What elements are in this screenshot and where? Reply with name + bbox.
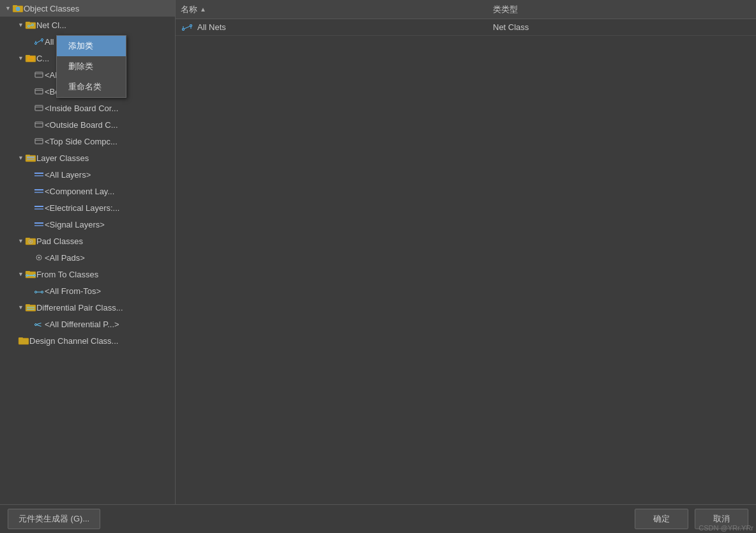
svg-rect-39 [34,222,43,224]
tree-item-layer-classes[interactable]: ▼ Layer Classes [0,150,175,166]
confirm-button[interactable]: 确定 [635,509,688,529]
svg-line-12 [37,40,42,43]
context-menu: 添加类 删除类 重命名类 [56,35,126,98]
net-classes-icon [25,20,36,29]
svg-rect-36 [34,192,43,193]
all-from-tos-label: <All From-Tos> [45,286,101,296]
svg-point-11 [42,39,43,41]
row-type-value: Net Class [493,22,529,32]
net-classes-label: Net Cl... [36,20,66,30]
tree-item-object-classes[interactable]: ▼ Object Classes [0,0,175,17]
context-menu-add-class[interactable]: 添加类 [57,36,126,56]
svg-rect-19 [35,72,43,77]
svg-point-53 [42,291,43,293]
tree-item-pad-classes[interactable]: ▼ Pad Classes [0,233,175,249]
context-menu-delete-class[interactable]: 删除类 [57,56,126,77]
tree-item-all-from-tos[interactable]: <All From-Tos> [0,282,175,299]
svg-rect-1 [13,5,17,7]
comp-icon-5 [33,137,45,146]
comp-icon-4 [33,120,45,129]
all-nets-icon [33,37,45,46]
svg-point-64 [183,28,185,30]
all-layers-label: <All Layers> [45,170,91,180]
tree-item-signal-layers[interactable]: <Signal Layers> [0,216,175,233]
tree-item-outside-board[interactable]: <Outside Board C... [0,116,175,133]
tree-item-net-classes[interactable]: ▼ Net Cl... [0,17,175,33]
svg-line-66 [185,26,190,29]
tree-item-design-channel[interactable]: Design Channel Class... [0,332,175,349]
tree-item-inside-board[interactable]: <Inside Board Cor... [0,100,175,116]
layer-icon-1 [33,170,45,179]
svg-point-65 [190,24,192,26]
svg-rect-42 [26,238,30,240]
pad-classes-arrow: ▼ [18,238,24,244]
electrical-layers-label: <Electrical Layers:... [45,203,119,213]
svg-point-10 [35,43,37,45]
top-side-label: <Top Side Compc... [45,137,117,146]
svg-rect-34 [34,175,43,176]
svg-rect-35 [34,189,43,190]
row-name-value: All Nets [197,22,226,32]
svg-rect-32 [27,158,34,160]
design-channel-label: Design Channel Class... [29,336,118,346]
context-menu-rename-class[interactable]: 重命名类 [57,77,126,97]
sort-arrow-icon: ▲ [200,6,206,13]
tree-item-top-side[interactable]: <Top Side Compc... [0,133,175,150]
collapse-arrow: ▼ [5,5,11,12]
svg-rect-25 [35,122,43,127]
col-type-label: 类类型 [493,4,518,14]
row-net-icon [181,23,193,32]
table-cell-name: All Nets [176,22,488,32]
svg-rect-30 [26,155,30,157]
diff-pair-classes-label: Differential Pair Class... [36,303,123,313]
svg-rect-23 [35,105,43,111]
signal-layers-label: <Signal Layers> [45,220,105,229]
svg-rect-56 [26,304,30,306]
col-header-name[interactable]: 名称 ▲ [176,4,488,15]
diff-pair-item-icon [33,320,45,328]
svg-rect-37 [34,206,43,207]
table-body: All Nets Net Class [176,19,756,504]
pad-classes-icon [25,236,36,245]
svg-point-59 [35,324,37,326]
from-to-classes-label: From To Classes [36,270,98,279]
all-diff-pairs-label: <All Differential P...> [45,320,119,329]
all-pads-label: <All Pads> [45,253,85,263]
comp-classes-icon [25,54,36,63]
layer-classes-arrow: ▼ [18,155,24,161]
pad-icon [33,253,45,262]
tree-item-all-layers[interactable]: <All Layers> [0,166,175,183]
svg-rect-40 [34,225,43,226]
comp-icon-1 [33,70,45,79]
outside-board-label: <Outside Board C... [45,120,118,130]
design-channel-icon [18,336,29,345]
table-header: 名称 ▲ 类类型 [176,0,756,19]
svg-line-60 [37,323,42,325]
comp-icon-3 [33,104,45,112]
comp-classes-arrow: ▼ [18,55,24,61]
tree-item-all-pads[interactable]: <All Pads> [0,249,175,266]
tree-item-electrical-layers[interactable]: <Electrical Layers:... [0,199,175,216]
tree-item-component-layers[interactable]: <Component Lay... [0,183,175,199]
tree-item-diff-pair-classes[interactable]: ▼ Differential Pair Class... [0,299,175,316]
layer-icon-2 [33,187,45,196]
bottom-left: 元件类生成器 (G)... [8,509,100,529]
tree-item-from-to-classes[interactable]: ▼ From To Classes [0,266,175,282]
generator-button[interactable]: 元件类生成器 (G)... [8,509,100,529]
watermark: CSDN @YRr.YRr [699,524,753,532]
layer-classes-label: Layer Classes [36,153,89,163]
table-row[interactable]: All Nets Net Class [176,19,756,36]
right-panel: 名称 ▲ 类类型 [176,0,756,504]
inside-board-label: <Inside Board Cor... [45,104,118,113]
fromto-arrow: ▼ [18,271,24,277]
svg-point-44 [30,241,31,242]
object-classes-icon [12,4,24,13]
tree-item-all-diff-pairs[interactable]: <All Differential P...> [0,316,175,332]
svg-point-46 [38,257,40,259]
left-panel: ▼ Object Classes ▼ [0,0,176,504]
col-header-type[interactable]: 类类型 [488,4,756,15]
fromto-icon [33,286,45,295]
pad-classes-label: Pad Classes [36,236,83,246]
table-cell-type: Net Class [488,22,756,32]
layer-icon-4 [33,220,45,229]
